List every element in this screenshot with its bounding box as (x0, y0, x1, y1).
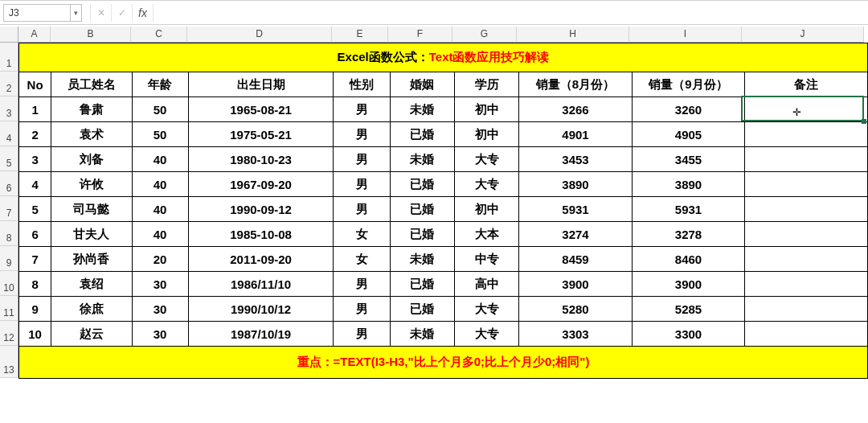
cell-dob[interactable]: 1987/10/19 (188, 322, 334, 347)
cell-aug[interactable]: 5280 (519, 297, 633, 322)
cell-age[interactable]: 50 (132, 122, 188, 147)
cell-age[interactable]: 50 (132, 97, 188, 122)
row-header-8[interactable]: 8 (0, 221, 18, 246)
row-header-5[interactable]: 5 (0, 146, 18, 171)
cell-note[interactable] (745, 122, 868, 147)
row-header-12[interactable]: 12 (0, 321, 18, 346)
cell-mar[interactable]: 未婚 (390, 147, 454, 172)
cell-sex[interactable]: 女 (334, 222, 390, 247)
cell-mar[interactable]: 未婚 (390, 97, 454, 122)
cell-sep[interactable]: 3890 (632, 172, 745, 197)
cell-age[interactable]: 40 (132, 172, 188, 197)
cell-note[interactable] (745, 172, 868, 197)
cell-note[interactable] (745, 197, 868, 222)
cell-sep[interactable]: 3260 (632, 97, 745, 122)
cell-name[interactable]: 孙尚香 (51, 247, 132, 272)
cell-mar[interactable]: 未婚 (390, 247, 454, 272)
cell-mar[interactable]: 已婚 (390, 172, 454, 197)
header-4[interactable]: 性别 (334, 72, 390, 97)
cell-sex[interactable]: 男 (334, 297, 390, 322)
header-8[interactable]: 销量（9月份） (632, 72, 745, 97)
cell-note[interactable] (745, 272, 868, 297)
cell-edu[interactable]: 大专 (454, 297, 518, 322)
cell-aug[interactable]: 3900 (519, 272, 633, 297)
cell-age[interactable]: 30 (132, 272, 188, 297)
cell-edu[interactable]: 初中 (454, 197, 518, 222)
cell-no[interactable]: 6 (19, 222, 51, 247)
cell-sex[interactable]: 男 (334, 322, 390, 347)
cell-no[interactable]: 2 (19, 122, 51, 147)
cancel-icon[interactable]: ✕ (90, 4, 111, 22)
cell-edu[interactable]: 大专 (454, 322, 518, 347)
name-box[interactable]: J3 (3, 4, 71, 22)
cell-no[interactable]: 9 (19, 297, 51, 322)
col-header-I[interactable]: I (629, 27, 742, 43)
header-7[interactable]: 销量（8月份） (519, 72, 633, 97)
select-all-corner[interactable] (0, 27, 18, 43)
cell-age[interactable]: 40 (132, 222, 188, 247)
cell-edu[interactable]: 初中 (454, 122, 518, 147)
cell-edu[interactable]: 大专 (454, 147, 518, 172)
cell-sex[interactable]: 男 (334, 122, 390, 147)
cell-name[interactable]: 鲁肃 (51, 97, 132, 122)
cell-no[interactable]: 1 (19, 97, 51, 122)
cell-no[interactable]: 10 (19, 322, 51, 347)
row-header-10[interactable]: 10 (0, 271, 18, 296)
cell-sep[interactable]: 8460 (632, 247, 745, 272)
cell-note[interactable] (745, 297, 868, 322)
cell-dob[interactable]: 1985-10-08 (188, 222, 334, 247)
cell-aug[interactable]: 4901 (519, 122, 633, 147)
row-header-7[interactable]: 7 (0, 196, 18, 221)
cell-dob[interactable]: 1965-08-21 (188, 97, 334, 122)
col-header-B[interactable]: B (51, 27, 131, 43)
cell-name[interactable]: 司马懿 (51, 197, 132, 222)
cell-aug[interactable]: 3274 (519, 222, 633, 247)
cell-sex[interactable]: 女 (334, 247, 390, 272)
cell-aug[interactable]: 3266 (519, 97, 633, 122)
cell-aug[interactable]: 3890 (519, 172, 633, 197)
col-header-C[interactable]: C (131, 27, 187, 43)
header-2[interactable]: 年龄 (132, 72, 188, 97)
cell-no[interactable]: 3 (19, 147, 51, 172)
cell-name[interactable]: 袁绍 (51, 272, 132, 297)
cell-note[interactable] (745, 222, 868, 247)
row-header-9[interactable]: 9 (0, 246, 18, 271)
cell-edu[interactable]: 初中 (454, 97, 518, 122)
header-0[interactable]: No (19, 72, 51, 97)
cell-age[interactable]: 40 (132, 197, 188, 222)
cell-age[interactable]: 30 (132, 322, 188, 347)
cell-name[interactable]: 徐庶 (51, 297, 132, 322)
cell-note[interactable] (745, 147, 868, 172)
cell-mar[interactable]: 已婚 (390, 222, 454, 247)
cell-name[interactable]: 袁术 (51, 122, 132, 147)
cell-dob[interactable]: 2011-09-20 (188, 247, 334, 272)
cell-name[interactable]: 赵云 (51, 322, 132, 347)
cell-edu[interactable]: 高中 (454, 272, 518, 297)
cell-name[interactable]: 甘夫人 (51, 222, 132, 247)
row-header-2[interactable]: 2 (0, 72, 18, 97)
cell-dob[interactable]: 1975-05-21 (188, 122, 334, 147)
cell-no[interactable]: 5 (19, 197, 51, 222)
cell-age[interactable]: 20 (132, 247, 188, 272)
row-header-4[interactable]: 4 (0, 121, 18, 146)
formula-bar[interactable] (153, 4, 868, 22)
row-header-13[interactable]: 13 (0, 346, 18, 378)
col-header-D[interactable]: D (187, 27, 332, 43)
footer-formula[interactable]: 重点：=TEXT(I3-H3,"比上个月多0;比上个月少0;相同") (19, 347, 868, 379)
cell-sex[interactable]: 男 (334, 147, 390, 172)
cell-edu[interactable]: 大本 (454, 222, 518, 247)
fill-handle[interactable] (862, 119, 866, 124)
cell-name[interactable]: 许攸 (51, 172, 132, 197)
cell-mar[interactable]: 已婚 (390, 272, 454, 297)
row-header-3[interactable]: 3 (0, 97, 18, 121)
cell-sep[interactable]: 4905 (632, 122, 745, 147)
fx-icon[interactable]: fx (132, 4, 153, 22)
row-header-1[interactable]: 1 (0, 43, 18, 72)
header-5[interactable]: 婚姻 (390, 72, 454, 97)
col-header-H[interactable]: H (517, 27, 629, 43)
cell-note[interactable] (745, 97, 868, 122)
cell-mar[interactable]: 已婚 (390, 197, 454, 222)
header-9[interactable]: 备注 (745, 72, 868, 97)
cell-edu[interactable]: 中专 (454, 247, 518, 272)
cell-sep[interactable]: 5285 (632, 297, 745, 322)
